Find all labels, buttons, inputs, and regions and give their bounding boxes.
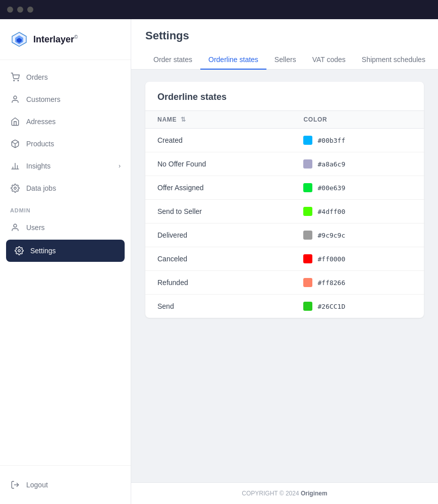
cell-color: #a8a6c9: [291, 152, 424, 176]
col-color: COLOR: [291, 111, 424, 129]
svg-point-3: [14, 80, 15, 81]
cube-icon: [10, 139, 20, 149]
home-icon: [10, 117, 20, 127]
cell-name: Refunded: [145, 271, 291, 295]
cell-name: Delivered: [145, 223, 291, 247]
cell-color: #ff0000: [291, 247, 424, 271]
sidebar-item-settings[interactable]: Settings: [6, 240, 125, 262]
cell-color: #4dff00: [291, 200, 424, 223]
tab-order-states[interactable]: Order states: [145, 50, 200, 70]
color-code: #26CC1D: [317, 303, 345, 310]
sidebar-item-addresses-label: Adresses: [26, 118, 56, 126]
sidebar-item-data-jobs[interactable]: Data jobs: [0, 177, 131, 199]
sidebar-item-customers[interactable]: Customers: [0, 88, 131, 110]
tab-orderline-states[interactable]: Orderline states: [200, 50, 266, 70]
svg-point-12: [14, 224, 17, 227]
color-code: #9c9c9c: [317, 232, 345, 239]
sidebar-item-orders[interactable]: Orders: [0, 66, 131, 88]
sort-icon: ⇅: [181, 116, 186, 123]
sidebar-item-users[interactable]: Users: [0, 216, 131, 239]
sidebar-item-users-label: Users: [26, 223, 45, 232]
main-header: Settings Order states Orderline states S…: [131, 19, 438, 70]
chart-icon: [10, 161, 20, 171]
page-title: Settings: [145, 29, 424, 42]
sidebar-item-data-jobs-label: Data jobs: [26, 184, 56, 192]
orderline-states-table: NAME ⇅ COLOR Created#00b3ffNo Offer Foun…: [145, 110, 424, 318]
color-code: #00e639: [317, 184, 345, 192]
color-swatch: [303, 159, 312, 169]
sidebar-footer: Logout: [0, 465, 131, 504]
cell-color: #26CC1D: [291, 295, 424, 318]
sidebar-item-customers-label: Customers: [26, 95, 61, 103]
sidebar-logo: Interlayer©: [0, 19, 131, 60]
color-code: #ff8266: [317, 279, 345, 287]
color-code: #4dff00: [317, 208, 345, 215]
logo-text: Interlayer©: [33, 34, 78, 45]
tab-carriers[interactable]: Ca...: [433, 50, 438, 70]
cell-color: #ff8266: [291, 271, 424, 295]
color-swatch: [303, 278, 312, 287]
table-row[interactable]: Canceled#ff0000: [145, 247, 424, 271]
card-title: Orderline states: [145, 82, 424, 110]
sidebar-item-orders-label: Orders: [26, 73, 48, 81]
tabs-container: Order states Orderline states Sellers VA…: [145, 50, 424, 69]
svg-point-13: [18, 250, 21, 252]
titlebar-dot-3: [27, 7, 33, 13]
table-row[interactable]: Refunded#ff8266: [145, 271, 424, 295]
table-row[interactable]: No Offer Found#a8a6c9: [145, 152, 424, 176]
titlebar: [0, 0, 438, 19]
table-row[interactable]: Offer Assigned#00e639: [145, 176, 424, 200]
color-code: #ff0000: [317, 255, 345, 263]
admin-section-label: ADMIN: [0, 199, 131, 216]
col-name: NAME ⇅: [145, 111, 291, 129]
table-row[interactable]: Created#00b3ff: [145, 129, 424, 152]
app-layout: Interlayer© Orders: [0, 19, 438, 504]
cell-color: #00e639: [291, 176, 424, 200]
color-swatch: [303, 136, 312, 145]
orderline-states-card: Orderline states NAME ⇅ COLOR Created#00…: [145, 82, 424, 318]
cart-icon: [10, 72, 20, 82]
svg-point-11: [14, 187, 17, 190]
gear-icon: [14, 246, 24, 256]
sidebar-item-addresses[interactable]: Adresses: [0, 110, 131, 133]
sidebar-item-products-label: Products: [26, 140, 54, 148]
gear-small-icon: [10, 183, 20, 193]
table-row[interactable]: Send#26CC1D: [145, 295, 424, 318]
sidebar-item-settings-label: Settings: [30, 247, 56, 255]
sidebar-nav: Orders Customers: [0, 60, 131, 465]
footer-text: COPYRIGHT © 2024: [242, 490, 301, 497]
color-code: #a8a6c9: [317, 160, 345, 168]
tab-shipment-schedules[interactable]: Shipment schedules: [354, 50, 433, 70]
person-icon-2: [10, 222, 20, 233]
table-row[interactable]: Send to Seller#4dff00: [145, 200, 424, 223]
tab-sellers[interactable]: Sellers: [266, 50, 304, 70]
cell-name: Send to Seller: [145, 200, 291, 223]
footer-brand: Originem: [301, 490, 327, 497]
person-icon: [10, 94, 20, 104]
table-row[interactable]: Delivered#9c9c9c: [145, 223, 424, 247]
cell-color: #00b3ff: [291, 129, 424, 152]
cell-name: Send: [145, 295, 291, 318]
cell-name: Created: [145, 129, 291, 152]
color-swatch: [303, 207, 312, 216]
footer: COPYRIGHT © 2024 Originem: [131, 482, 438, 504]
logo-icon: [10, 30, 28, 48]
color-code: #00b3ff: [317, 137, 345, 144]
main-content: Settings Order states Orderline states S…: [131, 19, 438, 504]
titlebar-dot-2: [17, 7, 23, 13]
sidebar-item-logout[interactable]: Logout: [0, 474, 131, 496]
color-swatch: [303, 254, 312, 263]
color-swatch: [303, 231, 312, 240]
svg-point-4: [18, 80, 19, 81]
logout-icon: [10, 480, 20, 490]
color-swatch: [303, 302, 312, 311]
main-body: Orderline states NAME ⇅ COLOR Created#00…: [131, 70, 438, 482]
sidebar-item-products[interactable]: Products: [0, 133, 131, 155]
svg-point-5: [14, 96, 17, 99]
sidebar: Interlayer© Orders: [0, 19, 131, 504]
cell-color: #9c9c9c: [291, 223, 424, 247]
color-swatch: [303, 183, 312, 192]
tab-vat-codes[interactable]: VAT codes: [304, 50, 354, 70]
cell-name: Offer Assigned: [145, 176, 291, 200]
sidebar-item-insights[interactable]: Insights ›: [0, 155, 131, 177]
